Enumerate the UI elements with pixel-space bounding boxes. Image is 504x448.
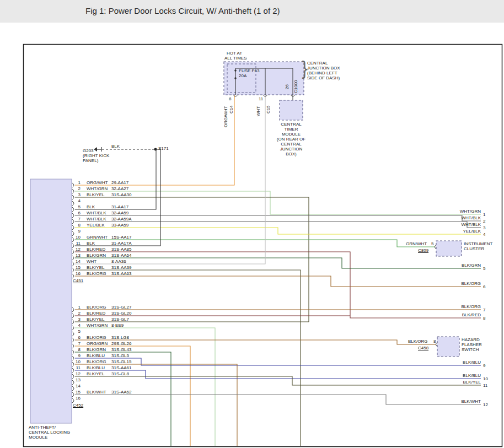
pin-wire-color: BLK (87, 241, 95, 246)
c15-connector-label: C15 (266, 105, 271, 114)
pin-number: 10 (74, 359, 81, 364)
right-wire-label: BLK/GRN (409, 263, 481, 268)
ctm-line: CENTRAL (272, 142, 310, 147)
hazard-name-line3: SWITCH (462, 347, 479, 352)
pin-wire-color: BLK/BLU (87, 353, 105, 358)
pin-number: 12 (74, 247, 81, 252)
pin-wire-color: BLK/GRN (87, 347, 106, 352)
pin-circuit: 31S-AA85 (111, 247, 131, 252)
hot-at-label-line1: HOT AT (227, 51, 242, 56)
central-timer-module-label: CENTRAL TIMER MODULE (ON REAR OF CENTRAL… (272, 122, 310, 156)
right-wire-label: BLK/WHT (409, 399, 481, 404)
central-timer-module-box (280, 100, 303, 120)
pin-wire-color: BLK/GRN (87, 253, 106, 258)
instrument-cluster-box (436, 241, 462, 256)
pin-wire-color: BLK/ORG (87, 271, 106, 276)
ctm-line: BOX) (272, 152, 310, 156)
pin-number: 14 (74, 384, 81, 388)
fuse-label-line1: FUSE F63 (239, 68, 259, 73)
pin-wire-color: BLK/YEL (87, 371, 104, 376)
right-wire-label: BLK/RED (409, 312, 481, 317)
cluster-wire-color: GRN/WHT (406, 241, 427, 246)
pin-number: 13 (74, 253, 81, 258)
right-wire-label: WHT/BLK (409, 215, 481, 220)
pin-circuit: 31S-LG8 (111, 335, 129, 340)
pin-number: 1 (74, 180, 81, 185)
orgwht-wire-label: ORG/WHT (224, 106, 228, 127)
pin-circuit: 8-AA36 (111, 259, 126, 264)
pin-wire-color: BLK/YEL (87, 317, 104, 322)
pin-number: 7 (74, 341, 81, 346)
c1000-pin-number: 26 (285, 84, 289, 89)
pin-circuit: 31S-GL27 (111, 305, 131, 310)
cjb-line: SIDE OF DASH) (307, 75, 340, 80)
right-pin-number: 5 (483, 266, 485, 271)
ctm-line: TIMER (272, 127, 310, 132)
pin-number: 5 (74, 329, 81, 334)
pin-number: 9 (74, 353, 81, 358)
cjb-line: (BEHIND LEFT (307, 71, 340, 75)
pin-number: 11 (74, 241, 81, 246)
hazard-name-line1: HAZARD (462, 337, 480, 342)
right-pin-number: 9 (483, 363, 485, 368)
pin-circuit: 31S-GL5 (111, 353, 129, 358)
anti-theft-module-box (30, 179, 72, 423)
right-pin-number: 2 (483, 219, 485, 224)
right-wire-label: YEL/BLK (409, 229, 481, 234)
right-wire-label: BLK/BLU (409, 360, 481, 365)
pin-wire-color: WHT/GRN (87, 186, 108, 191)
fuse-label-line2: 20A (239, 73, 246, 78)
right-wire-label: BLK/ORG (409, 304, 481, 309)
pin-circuit: 29-AA17 (111, 180, 128, 185)
cluster-pin-number: 5 (431, 241, 433, 246)
wire-org_wht (75, 95, 234, 185)
pin-wire-color: BLK/ORG (87, 305, 106, 310)
pin-number: 5 (74, 204, 81, 209)
ground-arrow-icon (94, 147, 97, 152)
cjb-line: JUNCTION BOX (307, 66, 340, 71)
pin-wire-color: YEL/BLK (87, 223, 104, 228)
pin-circuit: 31S-AA30 (111, 192, 131, 197)
hazard-flasher-switch-box (437, 337, 459, 357)
module-name-line2: CENTRAL LOCKING (29, 430, 70, 435)
pin-wire-color: BLK/RED (87, 247, 105, 252)
pin-number: 6 (74, 335, 81, 340)
right-pin-number: 6 (483, 284, 485, 289)
c14-pin-number: 8 (229, 96, 231, 101)
pin-circuit: 31S-AA39 (111, 265, 131, 270)
pin-number: 16 (74, 271, 81, 276)
c1000-connector-label: C1000 (294, 80, 298, 93)
right-pin-number: 3 (483, 225, 485, 230)
right-pin-number: 11 (483, 383, 487, 388)
pin-circuit: 29S-GL26 (111, 341, 131, 346)
pin-number: 6 (74, 210, 81, 215)
pin-number: 1 (74, 305, 81, 310)
pin-wire-color: BLK (87, 204, 95, 209)
pin-circuit: 31S-GL20 (111, 311, 131, 316)
pin-wire-color: BLK/BLU (87, 365, 105, 370)
pin-number: 4 (74, 198, 81, 203)
pin-wire-color: WHT/BLK (87, 217, 106, 222)
cluster-connector: C809 (418, 248, 428, 253)
pin-number: 16 (74, 396, 81, 401)
pin-number: 13 (74, 377, 81, 382)
right-wire-label: BLK/YEL (409, 380, 481, 385)
connector-label-c451: C451 (73, 278, 83, 283)
fuse-terminal-dot (234, 77, 237, 79)
module-name-line1: ANTI-THEFT/ (29, 425, 56, 430)
right-pin-number: 8 (483, 316, 485, 321)
right-wire-label: BLK/BLU (409, 373, 481, 378)
pin-wire-color: BLK/ORG (87, 359, 106, 364)
pin-circuit: 31-AA17A (111, 241, 131, 246)
pin-wire-color: BLK/YEL (87, 192, 104, 197)
pin-number: 11 (74, 365, 81, 370)
wht-wire-label: WHT (256, 106, 261, 116)
pin-number: 8 (74, 347, 81, 352)
pin-number: 3 (74, 317, 81, 322)
splice-label: S171 (158, 146, 169, 151)
module-name-line3: MODULE (29, 435, 47, 440)
pin-wire-color: WHT/GRN (87, 323, 108, 328)
pin-wire-color: GRN/WHT (87, 235, 108, 240)
pin-circuit: 31S-GL15 (111, 359, 131, 364)
ground-location-line2: PANEL) (83, 158, 98, 163)
